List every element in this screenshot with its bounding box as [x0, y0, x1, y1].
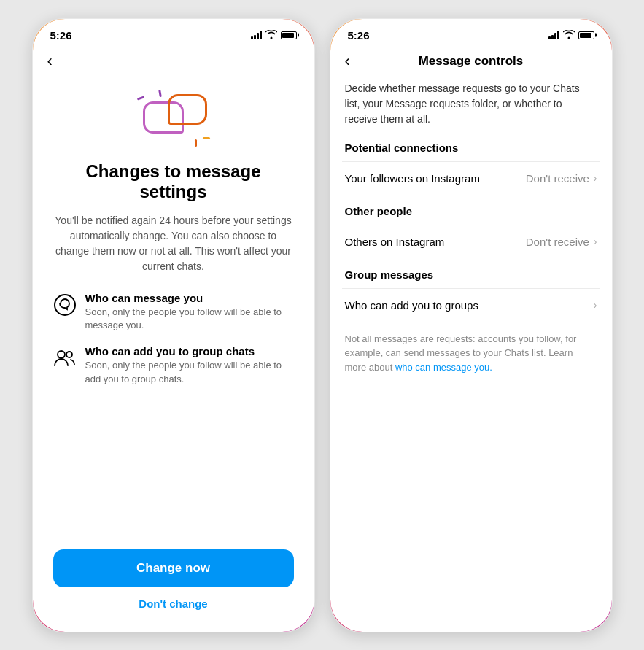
svg-point-0 [55, 295, 75, 315]
chevron-icon-followers: › [594, 172, 597, 184]
settings-row-others[interactable]: Others on Instagram Don't receive › [342, 225, 600, 258]
section-title-potential: Potential connections [342, 142, 600, 154]
back-button-2[interactable]: ‹ [342, 50, 353, 72]
back-button-1[interactable]: ‹ [44, 50, 55, 72]
battery-icon [281, 31, 297, 39]
nav-header-2: ‹ Message controls [330, 47, 612, 81]
svg-point-2 [66, 352, 72, 357]
phone-2: 5:26 [329, 18, 613, 633]
feature-item-groups: Who can add you to group chats Soon, onl… [53, 345, 294, 385]
wifi-icon [265, 30, 277, 41]
phone1-content: Changes to message settings You'll be no… [33, 81, 314, 632]
settings-row-group-add[interactable]: Who can add you to groups › [342, 288, 600, 322]
messaging-icon [53, 293, 77, 317]
feature-list: Who can message you Soon, only the peopl… [53, 292, 294, 386]
row-label-group-add: Who can add you to groups [345, 299, 478, 312]
row-label-followers: Your followers on Instagram [345, 172, 480, 185]
nav-header-1: ‹ [33, 47, 314, 81]
groups-icon [53, 347, 77, 370]
row-value-followers: Don't receive [526, 172, 589, 185]
page-title: Changes to message settings [53, 161, 294, 204]
time-1: 5:26 [50, 29, 72, 42]
settings-row-followers[interactable]: Your followers on Instagram Don't receiv… [342, 161, 600, 195]
status-icons-2 [548, 30, 594, 41]
illustration [137, 88, 210, 147]
feature-title-groups: Who can add you to group chats [85, 345, 294, 357]
row-value-others: Don't receive [526, 236, 589, 248]
feature-desc-groups: Soon, only the people you follow will be… [85, 359, 294, 385]
chevron-icon-group-add: › [594, 299, 597, 311]
row-right-others: Don't receive › [526, 236, 597, 248]
phone1-footer: Change now Don't change [53, 535, 294, 632]
svg-point-1 [58, 351, 65, 358]
wifi-icon-2 [563, 30, 575, 41]
feature-desc-messaging: Soon, only the people you follow will be… [85, 306, 294, 332]
settings-description: Decide whether message requests go to yo… [342, 81, 600, 127]
row-right-group-add: › [594, 299, 597, 311]
dont-change-button[interactable]: Don't change [139, 597, 207, 610]
status-bar-2: 5:26 [330, 19, 612, 47]
feature-title-messaging: Who can message you [85, 292, 294, 304]
row-label-others: Others on Instagram [345, 236, 445, 248]
change-now-button[interactable]: Change now [53, 549, 294, 587]
row-right-followers: Don't receive › [526, 172, 597, 185]
status-icons-1 [251, 30, 297, 41]
battery-icon-2 [578, 31, 594, 39]
status-bar-1: 5:26 [33, 19, 314, 47]
section-title-other: Other people [342, 205, 600, 217]
page-description: You'll be notified again 24 hours before… [53, 213, 294, 274]
footer-link[interactable]: who can message you. [395, 362, 492, 373]
signal-icon [251, 31, 262, 39]
section-title-groups: Group messages [342, 268, 600, 281]
phone-1: 5:26 [31, 18, 316, 633]
phone2-content: Decide whether message requests go to yo… [330, 81, 612, 632]
footer-note: Not all messages are requests: accounts … [342, 322, 600, 382]
signal-icon-2 [548, 31, 559, 39]
chevron-icon-others: › [594, 236, 597, 247]
nav-title-2: Message controls [419, 54, 524, 69]
time-2: 5:26 [348, 29, 370, 42]
feature-item-messaging: Who can message you Soon, only the peopl… [53, 292, 294, 332]
